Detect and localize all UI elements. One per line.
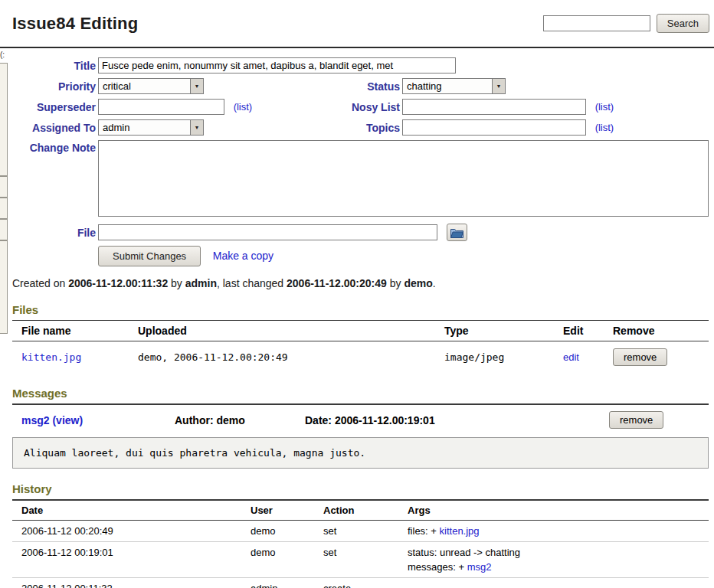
table-row: 2006-11-12 00:19:01 demo set status: unr… (12, 542, 709, 578)
changed-date: 2006-11-12.00:20:49 (287, 277, 387, 289)
priority-label: Priority (12, 80, 96, 93)
history-message-link[interactable]: msg2 (467, 561, 492, 573)
change-note-label: Change Note (12, 140, 96, 154)
file-uploaded: demo, 2006-11-12.00:20:49 (135, 341, 441, 374)
priority-select-value: critical (99, 79, 190, 93)
change-note-textarea[interactable] (98, 140, 709, 217)
header: Issue84 Editing Search (0, 0, 714, 48)
chevron-down-icon: ▼ (190, 79, 203, 93)
superseder-input[interactable] (98, 99, 224, 115)
file-link[interactable]: kitten.jpg (21, 351, 81, 363)
table-row: 2006-11-12 00:20:49 demo set files: + ki… (12, 521, 709, 542)
page-title: Issue84 Editing (12, 14, 138, 34)
history-col-args: Args (404, 500, 709, 521)
sidebar-box (0, 63, 8, 176)
history-args: status: unread -> chattingmessages: + ms… (404, 542, 709, 578)
issue-form: Title Priority critical ▼ Status chattin… (12, 57, 709, 266)
history-date: 2006-11-12 00:20:49 (12, 521, 247, 542)
assigned-to-select-value: admin (99, 120, 190, 135)
history-args-text: files: + (408, 525, 440, 537)
file-label: File (12, 227, 96, 239)
chevron-down-icon: ▼ (190, 120, 203, 135)
title-label: Title (12, 60, 96, 72)
history-args (404, 578, 709, 588)
history-args-text: status: unread -> chatting (408, 547, 520, 558)
changed-user: demo (404, 277, 432, 289)
sidebar-box (0, 240, 8, 334)
table-row: kitten.jpg demo, 2006-11-12.00:20:49 ima… (12, 341, 709, 374)
history-user: admin (247, 578, 320, 588)
history-args-text: messages: + (408, 561, 467, 573)
history-col-user: User (247, 500, 320, 521)
superseder-list-link[interactable]: (list) (234, 101, 253, 113)
history-table: Date User Action Args 2006-11-12 00:20:4… (12, 499, 709, 588)
file-type: image/jpeg (441, 341, 560, 374)
files-header-row: File name Uploaded Type Edit Remove (12, 321, 709, 341)
history-heading: History (12, 482, 709, 495)
history-action: set (320, 521, 404, 542)
history-file-link[interactable]: kitten.jpg (440, 525, 480, 537)
file-input[interactable] (98, 224, 437, 240)
folder-icon (450, 227, 463, 238)
files-col-name: File name (12, 321, 135, 341)
files-col-type: Type (441, 321, 560, 341)
assigned-to-select[interactable]: admin ▼ (98, 119, 204, 136)
history-action: create (320, 578, 404, 588)
sidebar-box (0, 219, 8, 240)
files-col-uploaded: Uploaded (135, 321, 441, 341)
main-content: Title Priority critical ▼ Status chattin… (12, 57, 709, 588)
chevron-down-icon: ▼ (492, 79, 505, 93)
history-args: files: + kitten.jpg (404, 521, 709, 542)
file-remove-button[interactable]: remove (613, 348, 667, 366)
sidebar-fragment-text: (: (0, 51, 8, 63)
assigned-to-label: Assigned To (12, 122, 96, 134)
period: . (433, 277, 436, 289)
priority-select[interactable]: critical ▼ (98, 78, 204, 94)
history-date: 2006-11-12 00:11:32 (12, 578, 247, 588)
created-prefix: Created on (12, 277, 68, 289)
superseder-label: Superseder (12, 101, 96, 113)
topics-list-link[interactable]: (list) (595, 122, 614, 133)
nosy-list-link[interactable]: (list) (595, 101, 614, 113)
message-link[interactable]: msg2 (view) (21, 414, 175, 426)
search-button[interactable]: Search (657, 14, 709, 33)
message-author: Author: demo (175, 414, 305, 426)
file-browse-button[interactable] (447, 224, 467, 241)
message-header-row: msg2 (view) Author: demo Date: 2006-11-1… (12, 403, 709, 435)
status-select-value: chatting (403, 79, 492, 93)
changed-prefix: , last changed (217, 277, 287, 289)
created-user: admin (185, 277, 217, 289)
history-header-row: Date User Action Args (12, 500, 709, 521)
messages-heading: Messages (12, 387, 709, 400)
status-label: Status (350, 80, 400, 93)
created-changed-line: Created on 2006-11-12.00:11:32 by admin,… (12, 277, 709, 289)
topics-input[interactable] (402, 119, 586, 136)
sidebar-fragment: (: (0, 51, 8, 334)
make-a-copy-link[interactable]: Make a copy (213, 250, 273, 262)
submit-changes-button[interactable]: Submit Changes (98, 246, 201, 266)
topics-label: Topics (350, 122, 400, 134)
sidebar-box (0, 198, 8, 219)
files-table: File name Uploaded Type Edit Remove kitt… (12, 320, 709, 373)
table-row: 2006-11-12 00:11:32 admin create (12, 578, 709, 588)
message-body: Aliquam laoreet, dui quis pharetra vehic… (12, 437, 709, 469)
title-input[interactable] (98, 57, 456, 74)
files-col-edit: Edit (560, 321, 610, 341)
history-col-action: Action (320, 500, 404, 521)
nosy-list-input[interactable] (402, 99, 586, 115)
search-input[interactable] (543, 15, 650, 31)
created-date: 2006-11-12.00:11:32 (68, 277, 168, 289)
history-user: demo (247, 521, 320, 542)
file-edit-link[interactable]: edit (563, 351, 579, 363)
files-heading: Files (12, 303, 709, 316)
files-col-remove: Remove (610, 321, 709, 341)
history-date: 2006-11-12 00:19:01 (12, 542, 247, 578)
sidebar-box (0, 176, 8, 198)
nosy-list-label: Nosy List (350, 101, 400, 113)
by-text: by (168, 277, 185, 289)
history-col-date: Date (12, 500, 247, 521)
status-select[interactable]: chatting ▼ (402, 78, 506, 94)
history-action: set (320, 542, 404, 578)
by-text: by (387, 277, 404, 289)
message-remove-button[interactable]: remove (609, 411, 663, 429)
